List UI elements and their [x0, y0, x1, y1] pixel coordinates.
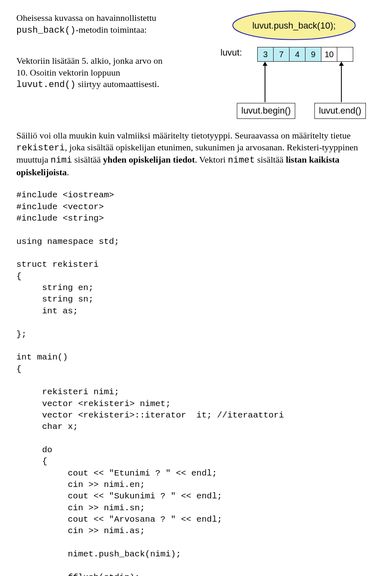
- push-back-ellipse: luvut.push_back(10);: [229, 9, 359, 42]
- text: .: [67, 167, 69, 177]
- begin-label: luvut.begin(): [237, 103, 295, 119]
- cell: 7: [274, 47, 290, 62]
- top-figure-area: Oheisessa kuvassa on havainnollistettu p…: [16, 12, 376, 127]
- cell: 9: [305, 47, 321, 62]
- code-inline: nimi: [51, 155, 72, 165]
- cell: 4: [290, 47, 305, 62]
- text: Oheisessa kuvassa on havainnollistettu: [16, 13, 156, 23]
- text: Vektoriin lisätään 5. alkio, jonka arvo …: [16, 56, 163, 78]
- intro-paragraph-2: Vektoriin lisätään 5. alkio, jonka arvo …: [16, 55, 163, 91]
- ellipse-text: luvut.push_back(10);: [252, 20, 336, 31]
- cell-empty: [337, 47, 353, 62]
- text: -metodin toimintaa:: [76, 25, 147, 35]
- body-paragraph: Säiliö voi olla muukin kuin valmiiksi mä…: [16, 130, 376, 178]
- cell-new: 10: [321, 47, 337, 62]
- code-inline: push_back(): [16, 25, 76, 36]
- bold-text: yhden opiskelijan tiedot: [103, 154, 195, 165]
- end-label: luvut.end(): [314, 103, 366, 119]
- intro-paragraph-1: Oheisessa kuvassa on havainnollistettu p…: [16, 12, 163, 36]
- text: . Vektori: [195, 154, 228, 165]
- vector-label: luvut:: [220, 47, 242, 59]
- code-inline: luvut.end(): [16, 80, 76, 90]
- code-block: #include <iostream> #include <vector> #i…: [16, 190, 376, 576]
- text: sisältää: [72, 154, 103, 165]
- code-inline: rekisteri: [16, 143, 65, 153]
- arrow-begin: [265, 62, 265, 102]
- text: sisältää: [255, 154, 286, 165]
- vector-cells: 3 7 4 9 10: [257, 47, 353, 62]
- arrow-end: [341, 62, 342, 102]
- text: Säiliö voi olla muukin kuin valmiiksi mä…: [16, 130, 351, 141]
- text: siirtyy automaattisesti.: [76, 79, 159, 89]
- cell: 3: [258, 47, 274, 62]
- code-inline: nimet: [228, 155, 255, 165]
